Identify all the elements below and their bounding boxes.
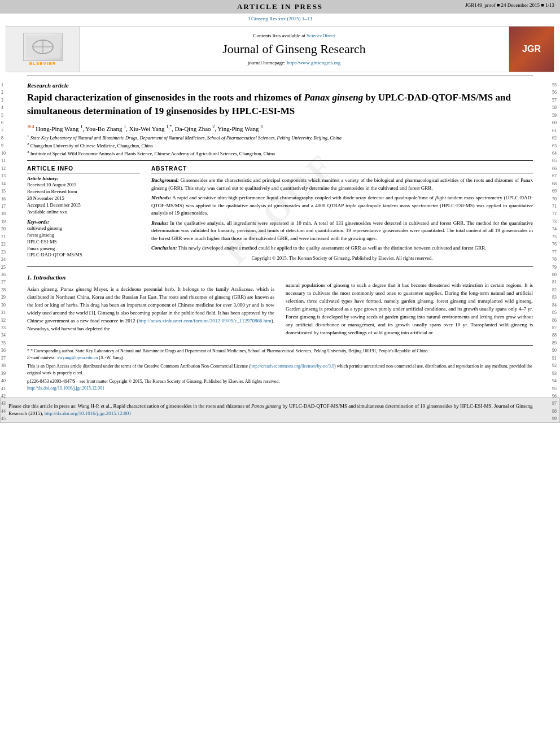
abstract-copyright: Copyright © 2015, The Korean Society of …: [151, 255, 533, 262]
body-section: 1. Introduction Asian ginseng, Panax gin…: [27, 273, 533, 339]
sciencedirect-link[interactable]: ScienceDirect: [307, 33, 335, 38]
intro-para-left: Asian ginseng, Panax ginseng Meyer, is a…: [27, 286, 274, 333]
doi-footer-link[interactable]: http://dx.doi.org/10.1016/j.jgr.2015.12.…: [27, 386, 104, 391]
authors-line: ⊕4 Hong-Ping Wang 1, You-Bo Zhang 1, Xiu…: [27, 124, 533, 132]
article-type: Research article: [27, 82, 533, 89]
contents-available-line: Contents lists available at ScienceDirec…: [85, 33, 503, 38]
email-link[interactable]: xwyang@bjmu.edu.cn: [57, 355, 98, 360]
intro-para-right: natural populations of ginseng to such a…: [286, 282, 533, 337]
line-numbers-left: 12345 678910 1112131415 1617181920 21222…: [1, 81, 6, 423]
journal-homepage: journal homepage: http://www.ginsengres.…: [85, 60, 503, 65]
journal-center: Contents lists available at ScienceDirec…: [80, 29, 509, 69]
article-info-heading: ARTICLE INFO: [27, 165, 140, 173]
email-footnote: E-mail address: xwyang@bjmu.edu.cn (X.-W…: [27, 355, 533, 361]
cc-license-link[interactable]: http://creativecommons.org/licenses/by-n…: [251, 364, 334, 369]
banner-meta: JGR149_proof ■ 24 December 2015 ■ 1/13: [465, 2, 554, 8]
elsevier-text: ELSEVIER: [29, 61, 56, 66]
jgr-logo: JGR: [509, 27, 554, 72]
article-in-press-banner: ARTICLE IN PRESS JGR149_proof ■ 24 Decem…: [0, 0, 560, 14]
affiliations: 1 State Key Laboratory of Natural and Bi…: [27, 134, 533, 157]
body-col-left: 1. Introduction Asian ginseng, Panax gin…: [27, 273, 274, 339]
issn-footnote: p1226-8453 e2093-4947/$ – see front matt…: [27, 378, 533, 392]
open-access-footnote: This is an Open Access article distribut…: [27, 363, 533, 377]
keywords-section: Keywords: cultivated ginseng forest gins…: [27, 219, 140, 259]
info-abstract-section: ARTICLE INFO Article history: Received 1…: [27, 165, 533, 262]
line-numbers-right: 5556575859 6061626364 6566676869 7071727…: [552, 81, 559, 423]
homepage-link[interactable]: http://www.ginsengres.org: [287, 60, 340, 65]
bottom-citation-bar: Please cite this article in press as: Wa…: [0, 397, 560, 423]
elsevier-logo: ELSEVIER: [6, 27, 80, 72]
article-title: Rapid characterization of ginsenosides i…: [27, 91, 533, 118]
elsevier-logo-box: [23, 33, 63, 61]
abstract-heading: ABSTRACT: [151, 165, 533, 173]
journal-header: ELSEVIER Contents lists available at Sci…: [6, 26, 554, 72]
abstract-col: ABSTRACT Background: Ginsenosides are th…: [151, 165, 533, 262]
footnotes: * * Corresponding author. State Key Labo…: [27, 345, 533, 392]
intro-heading: 1. Introduction: [27, 273, 274, 282]
abstract-text: Background: Ginsenosides are the charact…: [151, 177, 533, 261]
body-col-right: natural populations of ginseng to such a…: [286, 273, 533, 339]
banner-title: ARTICLE IN PRESS: [237, 2, 323, 11]
article-info-col: ARTICLE INFO Article history: Received 1…: [27, 165, 140, 262]
corresponding-footnote: * * Corresponding author. State Key Labo…: [27, 348, 533, 355]
bottom-doi-link[interactable]: http://dx.doi.org/10.1016/j.jgr.2015.12.…: [45, 410, 132, 416]
xinhuanet-link[interactable]: http://news.xinhuanet.com/fortune/2012-0…: [138, 318, 271, 324]
doi-line: J Ginseng Res xxx (2015) 1–13: [6, 15, 554, 24]
article-history: Article history: Received 10 August 2015…: [27, 176, 140, 215]
journal-title: Journal of Ginseng Research: [85, 42, 503, 56]
